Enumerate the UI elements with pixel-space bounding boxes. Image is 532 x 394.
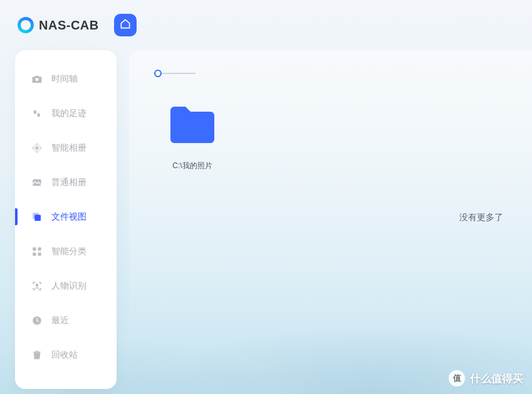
app-logo[interactable]: NAS-CAB: [18, 17, 99, 33]
svg-rect-10: [33, 252, 36, 255]
sidebar-item-label: 文件视图: [51, 211, 86, 223]
svg-rect-9: [38, 247, 41, 250]
watermark-text: 什么值得买: [470, 371, 523, 386]
watermark-badge: 值: [449, 370, 465, 386]
album-icon: [31, 177, 43, 188]
folder-item[interactable]: C:\我的照片: [158, 103, 227, 171]
sidebar-item-recent[interactable]: 最近: [15, 303, 117, 338]
logo-icon: [18, 17, 34, 33]
sidebar-item-timeline[interactable]: 时间轴: [15, 61, 117, 96]
sidebar-item-file-view[interactable]: 文件视图: [15, 200, 117, 234]
sidebar-item-label: 人物识别: [51, 280, 86, 292]
watermark: 值 什么值得买: [449, 370, 523, 386]
smart-album-icon: [31, 142, 43, 154]
svg-point-12: [36, 284, 38, 285]
sidebar-item-label: 智能相册: [51, 142, 86, 154]
face-icon: [31, 280, 43, 292]
trash-icon: [31, 349, 43, 361]
zoom-slider[interactable]: [158, 69, 532, 78]
svg-rect-11: [38, 252, 41, 255]
camera-icon: [31, 73, 43, 85]
sidebar-item-footprint[interactable]: 我的足迹: [15, 96, 117, 130]
svg-rect-15: [36, 350, 38, 351]
folder-grid: C:\我的照片: [144, 103, 532, 171]
sidebar-item-album[interactable]: 普通相册: [15, 165, 117, 200]
empty-hint: 没有更多了: [459, 212, 503, 223]
sidebar-item-face[interactable]: 人物识别: [15, 269, 117, 303]
home-button[interactable]: [114, 14, 137, 36]
files-icon: [31, 211, 43, 223]
svg-point-4: [36, 146, 39, 149]
svg-point-1: [34, 110, 37, 114]
sidebar-item-smart-album[interactable]: 智能相册: [15, 130, 117, 165]
sidebar: 时间轴 我的足迹 智能相册 普通相册 文件视图: [15, 50, 117, 389]
folder-icon: [168, 103, 217, 144]
sidebar-item-category[interactable]: 智能分类: [15, 234, 117, 269]
sidebar-item-label: 智能分类: [51, 246, 86, 257]
svg-rect-8: [33, 247, 36, 250]
main-panel: C:\我的照片 没有更多了: [129, 50, 532, 389]
slider-thumb[interactable]: [154, 70, 162, 77]
clock-icon: [31, 315, 43, 326]
svg-point-2: [37, 113, 40, 117]
sidebar-item-label: 最近: [51, 315, 69, 326]
svg-rect-14: [33, 351, 41, 353]
sidebar-item-label: 我的足迹: [51, 108, 86, 119]
home-icon: [119, 18, 132, 33]
svg-rect-7: [34, 215, 41, 221]
sidebar-item-trash[interactable]: 回收站: [15, 338, 117, 372]
category-icon: [31, 246, 43, 257]
sidebar-item-label: 回收站: [51, 349, 78, 361]
footprint-icon: [31, 108, 43, 119]
svg-point-0: [36, 78, 39, 81]
folder-name: C:\我的照片: [172, 161, 212, 171]
sidebar-item-label: 普通相册: [51, 177, 86, 188]
app-name: NAS-CAB: [39, 18, 99, 33]
sidebar-item-label: 时间轴: [51, 73, 78, 85]
